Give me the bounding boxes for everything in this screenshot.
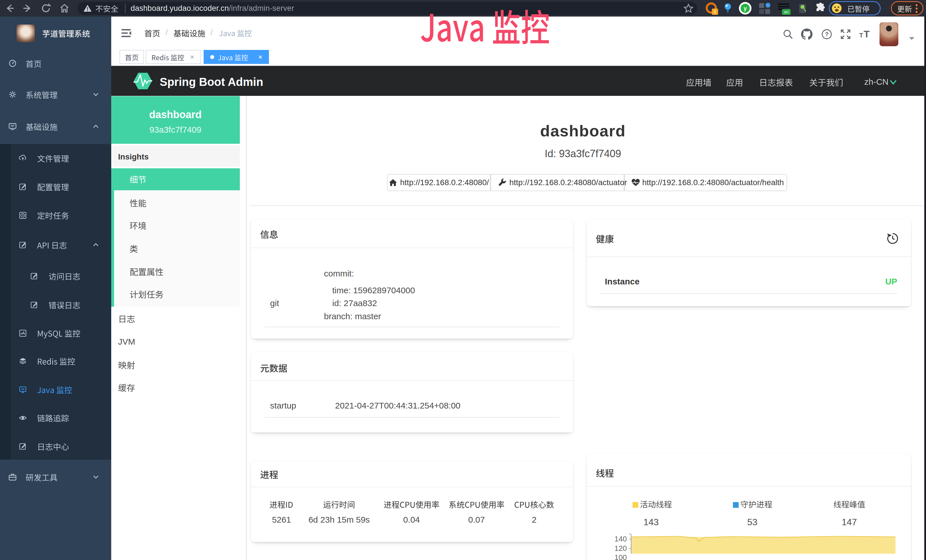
svg-text:on: on xyxy=(784,10,788,14)
svg-text:100: 100 xyxy=(614,553,627,560)
svg-text:y: y xyxy=(743,5,747,11)
svg-text:1: 1 xyxy=(714,9,716,14)
svg-text:120: 120 xyxy=(614,544,627,552)
svg-text:140: 140 xyxy=(614,534,627,543)
svg-text:?: ? xyxy=(825,31,828,37)
